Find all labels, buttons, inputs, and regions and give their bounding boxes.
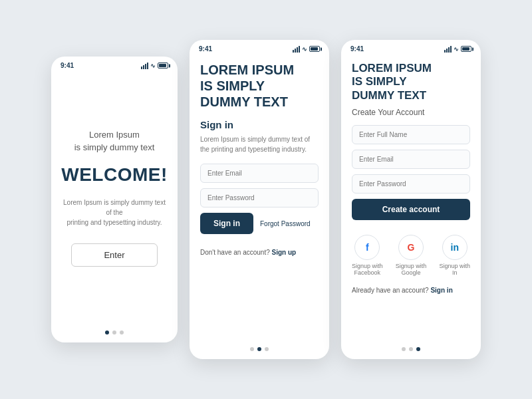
- signup-email-input[interactable]: [352, 150, 470, 169]
- signin-password-input[interactable]: [200, 188, 319, 207]
- signin-screen: LOREM IPSUM IS SIMPLY DUMMY TEXT Sign in…: [200, 62, 319, 331]
- dots-2: [190, 340, 329, 359]
- social-row: f Signup withFacebook G Signup withGoogl…: [352, 235, 470, 276]
- signin-email-input[interactable]: [200, 164, 319, 183]
- signin-link[interactable]: Sign in: [430, 287, 452, 294]
- linkedin-signup: in Signup withIn: [439, 235, 470, 276]
- status-bar-1: 9:41 ∿: [51, 57, 178, 72]
- battery-icon-1: [158, 63, 168, 68]
- forgot-password-button[interactable]: Forgot Password: [260, 220, 311, 227]
- signin-button[interactable]: Sign in: [200, 213, 253, 234]
- time-1: 9:41: [61, 62, 74, 69]
- signin-bottom-text: Don't have an account?: [200, 249, 270, 256]
- create-account-button[interactable]: Create account: [352, 199, 470, 220]
- signin-app-title: LOREM IPSUM IS SIMPLY DUMMY TEXT: [200, 62, 319, 110]
- signup-content: LOREM IPSUM IS SIMPLY DUMMY TEXT Create …: [341, 55, 481, 340]
- signin-actions: Sign in Forgot Password: [200, 213, 319, 234]
- enter-button[interactable]: Enter: [71, 243, 158, 267]
- welcome-desc: Lorem Ipsum is simply dummy text of the …: [62, 198, 167, 227]
- dot-2-1: [257, 347, 261, 351]
- already-text: Already have an account?: [352, 287, 429, 294]
- create-account-heading: Create Your Account: [352, 108, 470, 117]
- signin-heading: Sign in: [200, 119, 319, 130]
- linkedin-label: Signup withIn: [439, 263, 470, 276]
- dot-1-2: [120, 331, 124, 334]
- screen-signin: 9:41 ∿ LOREM IPSUM IS SIMPLY DUMMY TEXT …: [190, 40, 329, 359]
- time-2: 9:41: [199, 45, 212, 53]
- screen-signup: 9:41 ∿ LOREM IPSUM IS SIMPLY DUMMY TEXT …: [341, 40, 481, 359]
- welcome-subtitle: Lorem Ipsum is simply dummy text: [74, 129, 155, 153]
- dots-3: [341, 340, 481, 359]
- already-have-account: Already have an account? Sign in: [352, 287, 470, 294]
- signal-icon-2: [293, 46, 300, 53]
- signup-link[interactable]: Sign up: [272, 249, 297, 256]
- dot-2-2: [265, 347, 269, 351]
- status-icons-3: ∿: [444, 46, 471, 53]
- dots-1: [51, 324, 178, 342]
- signal-icon-1: [141, 63, 148, 69]
- dot-3-0: [402, 347, 406, 351]
- battery-icon-3: [461, 46, 471, 52]
- signal-icon-3: [444, 46, 452, 53]
- signin-desc: Lorem Ipsum is simply dummy text of the …: [200, 134, 319, 154]
- dot-1-1: [112, 331, 116, 334]
- dot-1-0: [105, 331, 109, 334]
- dot-3-1: [409, 347, 413, 351]
- google-label: Signup withGoogle: [396, 263, 427, 276]
- time-3: 9:41: [350, 45, 364, 53]
- wifi-icon-2: ∿: [302, 46, 307, 53]
- google-signup: G Signup withGoogle: [396, 235, 427, 276]
- status-icons-2: ∿: [293, 46, 320, 53]
- dot-2-0: [250, 347, 254, 351]
- facebook-label: Signup withFacebook: [352, 263, 383, 276]
- signup-screen: LOREM IPSUM IS SIMPLY DUMMY TEXT Create …: [352, 62, 470, 331]
- facebook-signup: f Signup withFacebook: [352, 235, 383, 276]
- fullname-input[interactable]: [352, 125, 470, 144]
- facebook-icon[interactable]: f: [354, 235, 380, 260]
- status-bar-2: 9:41 ∿: [190, 40, 329, 55]
- screens-container: 9:41 ∿ Lorem Ipsum is simply dummy text …: [38, 20, 494, 379]
- signin-content: LOREM IPSUM IS SIMPLY DUMMY TEXT Sign in…: [190, 55, 329, 340]
- google-icon[interactable]: G: [398, 235, 424, 260]
- welcome-content: Lorem Ipsum is simply dummy text WELCOME…: [51, 72, 178, 324]
- wifi-icon-1: ∿: [150, 63, 156, 69]
- welcome-title: WELCOME!: [61, 164, 168, 186]
- battery-icon-2: [309, 46, 320, 52]
- status-bar-3: 9:41 ∿: [341, 40, 481, 55]
- dot-3-2: [416, 347, 420, 351]
- screen-welcome: 9:41 ∿ Lorem Ipsum is simply dummy text …: [51, 57, 178, 342]
- signin-bottom-link: Don't have an account? Sign up: [200, 249, 319, 256]
- signup-app-title: LOREM IPSUM IS SIMPLY DUMMY TEXT: [352, 62, 470, 102]
- status-icons-1: ∿: [141, 63, 168, 69]
- signup-password-input[interactable]: [352, 174, 470, 194]
- linkedin-icon[interactable]: in: [442, 235, 467, 260]
- wifi-icon-3: ∿: [454, 46, 459, 53]
